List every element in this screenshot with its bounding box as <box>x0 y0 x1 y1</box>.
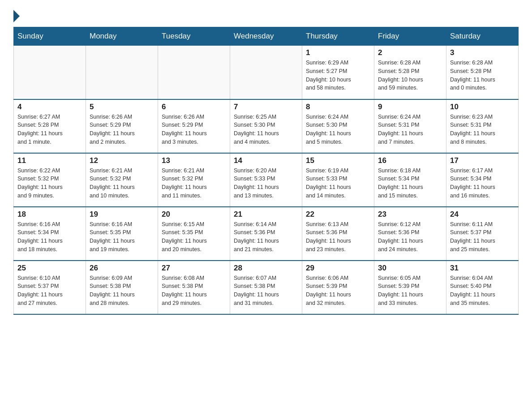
day-info: Sunrise: 6:24 AMSunset: 5:31 PMDaylight:… <box>378 113 442 146</box>
day-number: 1 <box>306 48 370 57</box>
calendar-header: Sunday Monday Tuesday Wednesday Thursday… <box>14 27 519 46</box>
day-info: Sunrise: 6:22 AMSunset: 5:32 PMDaylight:… <box>17 167 82 200</box>
day-info: Sunrise: 6:21 AMSunset: 5:32 PMDaylight:… <box>90 167 154 200</box>
calendar-week-3: 11Sunrise: 6:22 AMSunset: 5:32 PMDayligh… <box>14 153 519 207</box>
calendar-cell: 3Sunrise: 6:28 AMSunset: 5:28 PMDaylight… <box>446 46 519 99</box>
calendar-cell: 10Sunrise: 6:23 AMSunset: 5:31 PMDayligh… <box>446 99 519 153</box>
calendar-cell: 2Sunrise: 6:28 AMSunset: 5:28 PMDaylight… <box>374 46 446 99</box>
day-info: Sunrise: 6:26 AMSunset: 5:29 PMDaylight:… <box>90 113 154 146</box>
calendar-cell: 12Sunrise: 6:21 AMSunset: 5:32 PMDayligh… <box>86 153 158 207</box>
calendar-cell: 28Sunrise: 6:07 AMSunset: 5:38 PMDayligh… <box>230 261 302 314</box>
day-number: 7 <box>234 103 298 111</box>
day-info: Sunrise: 6:18 AMSunset: 5:34 PMDaylight:… <box>378 167 442 200</box>
day-info: Sunrise: 6:19 AMSunset: 5:33 PMDaylight:… <box>306 167 370 200</box>
day-number: 30 <box>378 264 442 273</box>
calendar-cell: 29Sunrise: 6:06 AMSunset: 5:39 PMDayligh… <box>302 261 374 314</box>
day-number: 22 <box>306 210 370 219</box>
header-wednesday: Wednesday <box>230 27 302 46</box>
day-number: 17 <box>450 156 515 165</box>
day-number: 29 <box>306 264 370 273</box>
calendar-cell <box>230 46 302 99</box>
day-number: 12 <box>90 156 154 165</box>
calendar-cell: 9Sunrise: 6:24 AMSunset: 5:31 PMDaylight… <box>374 99 446 153</box>
calendar-cell: 14Sunrise: 6:20 AMSunset: 5:33 PMDayligh… <box>230 153 302 207</box>
calendar-cell: 5Sunrise: 6:26 AMSunset: 5:29 PMDaylight… <box>86 99 158 153</box>
day-info: Sunrise: 6:07 AMSunset: 5:38 PMDaylight:… <box>234 274 298 308</box>
header-thursday: Thursday <box>302 27 374 46</box>
calendar-cell: 31Sunrise: 6:04 AMSunset: 5:40 PMDayligh… <box>446 261 519 314</box>
calendar-cell: 30Sunrise: 6:05 AMSunset: 5:39 PMDayligh… <box>374 261 446 314</box>
day-info: Sunrise: 6:14 AMSunset: 5:36 PMDaylight:… <box>234 220 298 254</box>
calendar-cell: 7Sunrise: 6:25 AMSunset: 5:30 PMDaylight… <box>230 99 302 153</box>
calendar-cell: 8Sunrise: 6:24 AMSunset: 5:30 PMDaylight… <box>302 99 374 153</box>
header-row: Sunday Monday Tuesday Wednesday Thursday… <box>14 27 519 46</box>
calendar-week-5: 25Sunrise: 6:10 AMSunset: 5:37 PMDayligh… <box>14 261 519 314</box>
day-number: 4 <box>17 103 82 111</box>
logo-arrow-icon <box>13 10 20 22</box>
day-number: 18 <box>17 210 82 219</box>
calendar-cell: 1Sunrise: 6:29 AMSunset: 5:27 PMDaylight… <box>302 46 374 99</box>
calendar-cell: 4Sunrise: 6:27 AMSunset: 5:28 PMDaylight… <box>14 99 86 153</box>
day-info: Sunrise: 6:04 AMSunset: 5:40 PMDaylight:… <box>450 274 515 308</box>
day-number: 20 <box>162 210 226 219</box>
day-number: 11 <box>17 156 82 165</box>
day-info: Sunrise: 6:13 AMSunset: 5:36 PMDaylight:… <box>306 220 370 254</box>
page-header <box>13 9 519 22</box>
calendar-week-1: 1Sunrise: 6:29 AMSunset: 5:27 PMDaylight… <box>14 46 519 99</box>
day-info: Sunrise: 6:10 AMSunset: 5:37 PMDaylight:… <box>17 274 82 308</box>
day-number: 24 <box>450 210 515 219</box>
header-sunday: Sunday <box>14 27 86 46</box>
day-info: Sunrise: 6:15 AMSunset: 5:35 PMDaylight:… <box>162 220 226 254</box>
day-info: Sunrise: 6:21 AMSunset: 5:32 PMDaylight:… <box>162 167 226 200</box>
day-info: Sunrise: 6:16 AMSunset: 5:34 PMDaylight:… <box>17 220 82 254</box>
day-info: Sunrise: 6:24 AMSunset: 5:30 PMDaylight:… <box>306 113 370 146</box>
day-number: 26 <box>90 264 154 273</box>
calendar-week-2: 4Sunrise: 6:27 AMSunset: 5:28 PMDaylight… <box>14 99 519 153</box>
calendar-week-4: 18Sunrise: 6:16 AMSunset: 5:34 PMDayligh… <box>14 207 519 261</box>
header-friday: Friday <box>374 27 446 46</box>
logo <box>13 9 20 22</box>
day-number: 23 <box>378 210 442 219</box>
calendar-cell: 18Sunrise: 6:16 AMSunset: 5:34 PMDayligh… <box>14 207 86 261</box>
day-number: 19 <box>90 210 154 219</box>
calendar-cell <box>86 46 158 99</box>
day-number: 5 <box>90 103 154 111</box>
day-info: Sunrise: 6:25 AMSunset: 5:30 PMDaylight:… <box>234 113 298 146</box>
calendar-cell: 23Sunrise: 6:12 AMSunset: 5:36 PMDayligh… <box>374 207 446 261</box>
day-info: Sunrise: 6:05 AMSunset: 5:39 PMDaylight:… <box>378 274 442 308</box>
day-number: 28 <box>234 264 298 273</box>
calendar-table: Sunday Monday Tuesday Wednesday Thursday… <box>13 27 519 315</box>
header-tuesday: Tuesday <box>158 27 230 46</box>
calendar-cell: 22Sunrise: 6:13 AMSunset: 5:36 PMDayligh… <box>302 207 374 261</box>
calendar-body: 1Sunrise: 6:29 AMSunset: 5:27 PMDaylight… <box>14 46 519 314</box>
calendar-cell: 21Sunrise: 6:14 AMSunset: 5:36 PMDayligh… <box>230 207 302 261</box>
day-number: 15 <box>306 156 370 165</box>
day-info: Sunrise: 6:16 AMSunset: 5:35 PMDaylight:… <box>90 220 154 254</box>
day-info: Sunrise: 6:17 AMSunset: 5:34 PMDaylight:… <box>450 167 515 200</box>
day-number: 10 <box>450 103 515 111</box>
calendar-cell: 26Sunrise: 6:09 AMSunset: 5:38 PMDayligh… <box>86 261 158 314</box>
calendar-cell: 25Sunrise: 6:10 AMSunset: 5:37 PMDayligh… <box>14 261 86 314</box>
calendar-cell: 6Sunrise: 6:26 AMSunset: 5:29 PMDaylight… <box>158 99 230 153</box>
day-info: Sunrise: 6:09 AMSunset: 5:38 PMDaylight:… <box>90 274 154 308</box>
day-info: Sunrise: 6:11 AMSunset: 5:37 PMDaylight:… <box>450 220 515 254</box>
calendar-cell: 27Sunrise: 6:08 AMSunset: 5:38 PMDayligh… <box>158 261 230 314</box>
calendar-cell: 24Sunrise: 6:11 AMSunset: 5:37 PMDayligh… <box>446 207 519 261</box>
day-info: Sunrise: 6:29 AMSunset: 5:27 PMDaylight:… <box>306 59 370 92</box>
calendar-cell <box>14 46 86 99</box>
calendar-cell: 13Sunrise: 6:21 AMSunset: 5:32 PMDayligh… <box>158 153 230 207</box>
day-info: Sunrise: 6:23 AMSunset: 5:31 PMDaylight:… <box>450 113 515 146</box>
day-number: 21 <box>234 210 298 219</box>
header-saturday: Saturday <box>446 27 519 46</box>
day-number: 16 <box>378 156 442 165</box>
day-info: Sunrise: 6:12 AMSunset: 5:36 PMDaylight:… <box>378 220 442 254</box>
day-number: 6 <box>162 103 226 111</box>
day-info: Sunrise: 6:08 AMSunset: 5:38 PMDaylight:… <box>162 274 226 308</box>
day-number: 27 <box>162 264 226 273</box>
day-number: 8 <box>306 103 370 111</box>
day-number: 13 <box>162 156 226 165</box>
day-info: Sunrise: 6:27 AMSunset: 5:28 PMDaylight:… <box>17 113 82 146</box>
day-info: Sunrise: 6:26 AMSunset: 5:29 PMDaylight:… <box>162 113 226 146</box>
calendar-cell: 16Sunrise: 6:18 AMSunset: 5:34 PMDayligh… <box>374 153 446 207</box>
calendar-cell: 20Sunrise: 6:15 AMSunset: 5:35 PMDayligh… <box>158 207 230 261</box>
